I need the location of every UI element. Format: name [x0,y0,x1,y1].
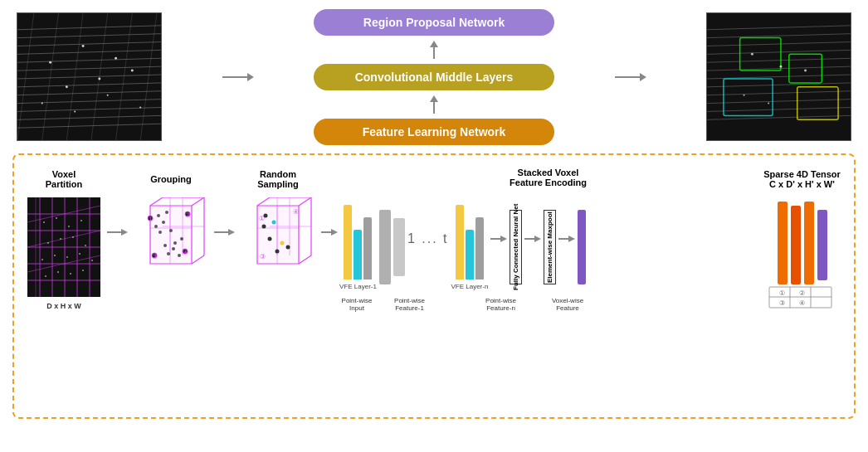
svg-point-46 [779,66,782,68]
svg-point-136 [262,225,266,229]
svg-text:②: ② [799,289,805,297]
svg-point-28 [139,107,141,109]
arrow-2 [214,168,235,239]
svg-line-122 [299,197,311,206]
svg-text:③: ③ [779,299,785,307]
network-stack: Region Proposal Network Convolutional Mi… [314,9,554,145]
arrow-fln-to-cml [430,95,438,114]
svg-point-111 [173,241,177,245]
svg-line-15 [66,13,83,140]
svg-line-0 [17,26,161,30]
svg-line-12 [17,124,161,128]
grouping-visual: ① ② ③ ④ [134,197,208,313]
svg-line-2 [17,42,161,46]
svg-text:④: ④ [799,299,805,307]
svg-point-112 [180,237,183,241]
arrow-to-maxpool [524,232,541,262]
svg-point-81 [82,270,84,271]
svg-line-5 [17,66,161,70]
svg-point-68 [80,220,82,221]
svg-point-65 [43,221,45,223]
svg-point-19 [49,61,51,64]
bottom-section: VoxelPartition [12,153,856,419]
svg-point-106 [157,214,160,217]
svg-point-75 [66,256,68,258]
svg-rect-151 [804,202,814,284]
svg-point-70 [60,238,61,240]
vfe-layer1-label: VFE Layer-1 [339,283,377,290]
label-pointwise-featn: Point-wise Feature-n [478,297,524,312]
svg-point-114 [178,254,181,257]
svg-point-80 [70,273,71,275]
svg-point-79 [57,271,59,273]
svg-marker-119 [228,229,235,236]
svg-point-107 [162,221,165,224]
svg-point-116 [169,229,173,232]
svg-text:④: ④ [183,249,188,256]
lidar-image-right [706,12,851,141]
label-pointwise-input: Point-wise Input [339,297,374,312]
svg-text:④: ④ [293,208,299,216]
bar-yellow-n [456,205,464,279]
grouping-label: Grouping [150,168,192,191]
voxelwise-group [578,210,586,284]
svg-point-117 [163,244,167,247]
sparse4d-label: Sparse 4D TensorC x D' x H' x W' [763,168,841,191]
label-voxelwise-feat: Voxel-wise Feature [547,297,588,312]
random-sampling-visual: ① ④ ③ [241,197,315,313]
svg-line-14 [42,13,59,140]
bar-gray [363,217,372,279]
svg-point-78 [45,275,46,277]
svg-point-134 [264,214,268,218]
svg-point-23 [98,77,100,80]
bar-yellow [344,205,352,279]
bottom-content: VoxelPartition [22,163,846,405]
top-section: Region Proposal Network Convolutional Mi… [0,0,868,153]
svg-point-115 [167,252,170,255]
svg-point-77 [91,260,93,261]
svg-point-110 [158,231,162,234]
svg-rect-152 [817,210,827,280]
svg-line-7 [17,83,161,87]
arrow-to-fcnn [490,232,507,262]
svg-point-109 [165,211,168,214]
stage-sparse4d: Sparse 4D TensorC x D' x H' x W' [758,168,846,313]
svg-line-8 [17,91,161,95]
svg-point-66 [56,217,57,219]
svg-marker-146 [534,236,541,242]
svg-point-49 [768,103,769,104]
svg-point-108 [154,225,158,228]
svg-text:①: ① [148,216,154,223]
svg-point-27 [107,95,109,96]
fcnn-box: Fully Connected Neural Net [510,210,522,284]
svg-line-87 [192,197,204,206]
svg-point-139 [276,250,280,254]
encoded-bar-2 [393,218,405,276]
svg-text:②: ② [185,211,191,219]
svg-point-71 [72,236,74,238]
svg-line-88 [192,255,204,264]
voxel-partition-label: VoxelPartition [46,168,83,191]
cml-box: Convolutional Middle Layers [314,64,554,90]
maxpool-box: Element-wise Maxpool [544,210,556,284]
svg-text:③: ③ [152,253,158,260]
bar-teal [354,230,362,279]
svg-point-140 [268,237,272,241]
label-pointwise-feat1: Point-wise Feature-1 [387,297,432,312]
strip-purple [578,210,586,284]
vfe-layern-bars [456,205,484,279]
svg-line-11 [17,115,161,119]
dots-label: 1 ... t [407,231,449,246]
svg-point-67 [68,226,70,227]
svg-line-32 [707,50,851,54]
stage-grouping: Grouping [129,168,212,313]
vfe-layer1-bars [344,205,372,279]
random-sampling-label: RandomSampling [257,168,299,191]
svg-marker-84 [121,229,128,236]
svg-point-72 [85,245,86,246]
svg-point-74 [54,255,56,256]
svg-rect-43 [724,79,773,115]
stage-voxel-partition: VoxelPartition [22,168,105,313]
svg-line-3 [17,50,161,54]
sub-labels: Point-wise Input Point-wise Feature-1 Po… [339,297,757,312]
